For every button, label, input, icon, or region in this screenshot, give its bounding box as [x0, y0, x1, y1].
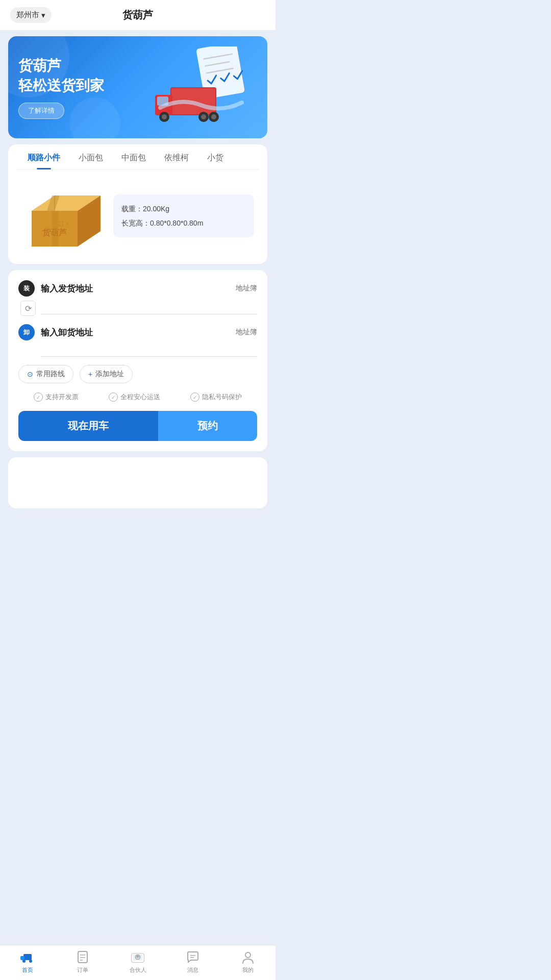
- tab-yiweike[interactable]: 依维柯: [155, 144, 198, 169]
- unload-address-book[interactable]: 地址簿: [236, 328, 257, 337]
- bottom-preview-card: [8, 457, 267, 508]
- feature-privacy: ✓ 隐私号码保护: [190, 393, 242, 402]
- svg-text:货葫芦: 货葫芦: [42, 228, 67, 237]
- feature-invoice: ✓ 支持开发票: [34, 393, 79, 402]
- quick-buttons: ⊙ 常用路线 + 添加地址: [18, 365, 257, 383]
- city-arrow-icon: ▾: [41, 11, 45, 20]
- feature-safe: ✓ 全程安心运送: [109, 393, 160, 402]
- tab-xiao-mianbao[interactable]: 小面包: [69, 144, 112, 169]
- add-address-button[interactable]: + 添加地址: [80, 365, 133, 383]
- load-address-book[interactable]: 地址簿: [236, 284, 257, 293]
- unload-address-label[interactable]: 输入卸货地址: [41, 327, 230, 338]
- banner-detail-button[interactable]: 了解详情: [18, 103, 64, 119]
- banner-illustration: [150, 46, 262, 128]
- action-buttons: 现在用车 预约: [18, 411, 257, 441]
- load-address-label[interactable]: 输入发货地址: [41, 283, 230, 295]
- address-card: 装 输入发货地址 地址簿 ⟳ 卸 输入卸货地址 地址簿 ⊙ 常用路线 + 添加地…: [8, 270, 267, 451]
- invoice-label: 支持开发票: [45, 393, 79, 402]
- vehicle-box-image: ☐ ↑ 货葫芦: [21, 180, 103, 252]
- dimensions-spec: 长宽高：0.80*0.80*0.80m: [121, 216, 246, 230]
- app-title: 货葫芦: [122, 8, 153, 22]
- load-address-row: 装 输入发货地址 地址簿: [18, 280, 257, 297]
- common-route-button[interactable]: ⊙ 常用路线: [18, 365, 73, 383]
- unload-address-row: 卸 输入卸货地址 地址簿: [18, 324, 257, 340]
- privacy-label: 隐私号码保护: [202, 393, 242, 402]
- tab-xiao-huo[interactable]: 小货: [198, 144, 233, 169]
- route-icon: ⊙: [27, 370, 33, 378]
- banner: 货葫芦轻松送货到家 了解详情: [8, 36, 267, 138]
- add-icon: +: [88, 370, 92, 378]
- svg-point-9: [162, 114, 167, 119]
- tab-zhong-mianbao[interactable]: 中面包: [112, 144, 155, 169]
- weight-spec: 载重：20.00Kg: [121, 202, 246, 216]
- privacy-check-icon: ✓: [190, 393, 199, 402]
- safe-check-icon: ✓: [109, 393, 118, 402]
- load-badge: 装: [18, 280, 35, 297]
- banner-text: 货葫芦轻松送货到家 了解详情: [18, 56, 104, 119]
- safe-label: 全程安心运送: [120, 393, 160, 402]
- swap-icon[interactable]: ⟳: [20, 301, 36, 316]
- vehicle-type-card: 顺路小件 小面包 中面包 依维柯 小货 ☐ ↑ 货葫芦: [8, 144, 267, 264]
- tab-content: ☐ ↑ 货葫芦 载重：20.00Kg 长宽高：0.80*0.80*0.80m: [16, 170, 259, 264]
- svg-text:☐ ↑: ☐ ↑: [58, 220, 68, 228]
- use-now-button[interactable]: 现在用车: [18, 411, 158, 441]
- unload-address-underline: [41, 345, 257, 357]
- invoice-check-icon: ✓: [34, 393, 43, 402]
- unload-input-row: [18, 345, 257, 357]
- svg-point-11: [201, 114, 206, 119]
- tab-shunlu-xiaojian[interactable]: 顺路小件: [18, 144, 69, 169]
- unload-badge: 卸: [18, 324, 35, 340]
- load-address-underline: [41, 302, 257, 314]
- load-input-row: ⟳: [18, 301, 257, 316]
- city-selector[interactable]: 郑州市 ▾: [10, 7, 52, 23]
- vehicle-specs: 载重：20.00Kg 长宽高：0.80*0.80*0.80m: [113, 194, 254, 237]
- city-name: 郑州市: [16, 10, 39, 20]
- header: 郑州市 ▾ 货葫芦: [0, 0, 276, 30]
- svg-point-13: [211, 114, 216, 119]
- banner-headline: 货葫芦轻松送货到家: [18, 56, 104, 95]
- tabs-row: 顺路小件 小面包 中面包 依维柯 小货: [16, 144, 259, 170]
- reserve-button[interactable]: 预约: [158, 411, 257, 441]
- features-row: ✓ 支持开发票 ✓ 全程安心运送 ✓ 隐私号码保护: [18, 393, 257, 402]
